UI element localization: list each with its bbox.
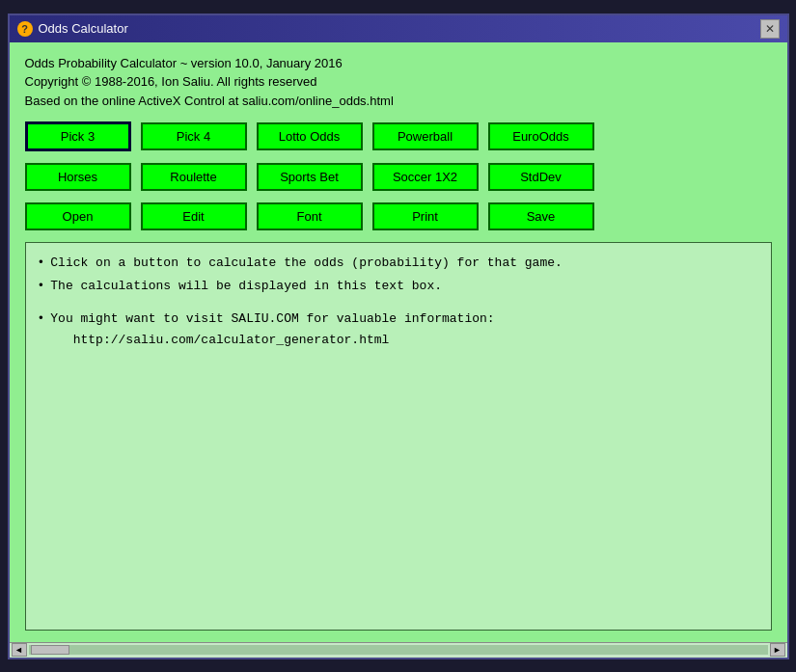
title-bar-left: ? Odds Calculator [17, 21, 128, 37]
header-info: Odds Probability Calculator ~ version 10… [25, 54, 772, 111]
open-button[interactable]: Open [25, 202, 131, 230]
scroll-thumb[interactable] [31, 645, 69, 655]
output-textarea[interactable]: • Click on a button to calculate the odd… [25, 242, 772, 631]
powerball-button[interactable]: Powerball [372, 122, 479, 150]
soccer-button[interactable]: Soccer 1X2 [372, 163, 479, 191]
window-title: Odds Calculator [39, 21, 128, 36]
text-line-1-text: Click on a button to calculate the odds … [50, 253, 563, 274]
bullet-1: • [38, 253, 45, 274]
sports-bet-button[interactable]: Sports Bet [257, 163, 363, 191]
button-row-2: Horses Roulette Sports Bet Soccer 1X2 St… [25, 163, 772, 191]
scroll-right-arrow[interactable]: ► [770, 643, 785, 657]
lotto-odds-button[interactable]: Lotto Odds [257, 122, 363, 150]
euroOdds-button[interactable]: EuroOdds [488, 122, 594, 150]
title-bar: ? Odds Calculator ✕ [10, 15, 787, 42]
save-button[interactable]: Save [488, 202, 594, 230]
roulette-button[interactable]: Roulette [141, 163, 247, 191]
stdDev-button[interactable]: StdDev [488, 163, 594, 191]
edit-button[interactable]: Edit [141, 202, 247, 230]
pick3-button[interactable]: Pick 3 [25, 121, 131, 151]
header-line2: Copyright © 1988-2016, Ion Saliu. All ri… [25, 72, 772, 92]
text-content: • Click on a button to calculate the odd… [38, 253, 759, 351]
text-line-3: • You might want to visit SALIU.COM for … [38, 309, 759, 351]
text-line-1: • Click on a button to calculate the odd… [38, 253, 759, 274]
bullet-2: • [38, 276, 45, 297]
horizontal-scrollbar[interactable]: ◄ ► [10, 642, 787, 658]
text-line-3-text: You might want to visit SALIU.COM for va… [50, 309, 494, 351]
header-line1: Odds Probability Calculator ~ version 10… [25, 54, 772, 73]
main-window: ? Odds Calculator ✕ Odds Probability Cal… [8, 13, 789, 659]
header-line3: Based on the online ActiveX Control at s… [25, 92, 772, 111]
text-line-2: • The calculations will be displayed in … [38, 276, 759, 297]
button-row-1: Pick 3 Pick 4 Lotto Odds Powerball EuroO… [25, 121, 772, 151]
close-button[interactable]: ✕ [760, 19, 780, 39]
font-button[interactable]: Font [257, 202, 363, 230]
bullet-3: • [38, 309, 45, 351]
window-content: Odds Probability Calculator ~ version 10… [10, 42, 787, 642]
horses-button[interactable]: Horses [25, 163, 131, 191]
text-line-2-text: The calculations will be displayed in th… [50, 276, 442, 297]
print-button[interactable]: Print [372, 202, 479, 230]
app-icon: ? [17, 21, 33, 37]
scroll-track[interactable] [29, 645, 768, 655]
spacer [38, 299, 759, 309]
scroll-left-arrow[interactable]: ◄ [12, 643, 27, 657]
button-row-3: Open Edit Font Print Save [25, 202, 772, 230]
pick4-button[interactable]: Pick 4 [141, 122, 247, 150]
